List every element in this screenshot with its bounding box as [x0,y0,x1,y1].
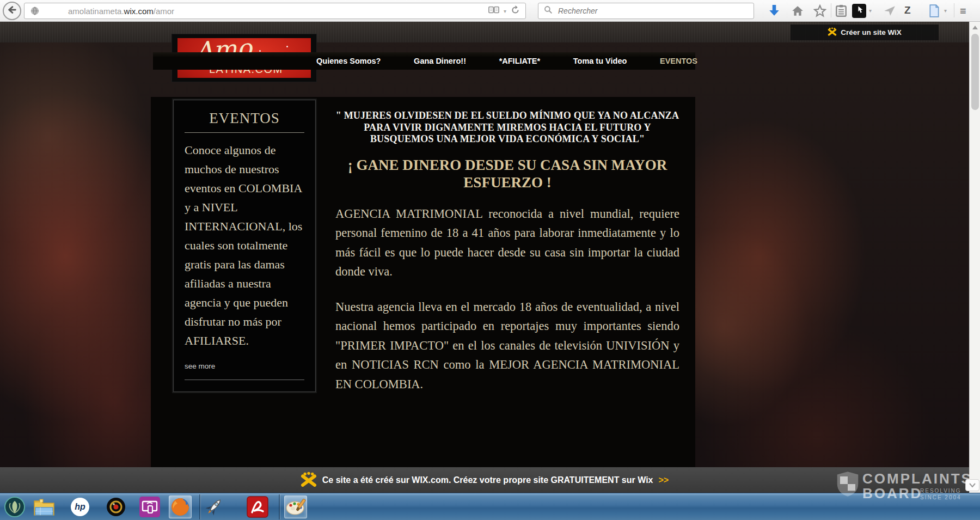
hand-pointer-caret-icon[interactable]: ▾ [869,8,872,14]
bookmarks-list-icon[interactable] [834,3,849,19]
browser-toolbar: amolatinameta.wix.com/amor ▾ [0,0,980,22]
windows-taskbar: hp [0,493,980,520]
nav-item-gana-dinero[interactable]: Gana Dinero!! [414,57,466,65]
taskbar-separator [279,494,280,519]
events-panel-rule [185,132,304,133]
page-caret-icon[interactable]: ▾ [944,8,947,14]
browser-viewport: Créer un site WiX Amo LATINA.COM Quienes… [0,22,980,493]
bookmark-dropdown-caret-icon[interactable]: ▾ [504,8,506,14]
wix-logo-icon [828,27,837,38]
search-bar[interactable] [538,3,754,19]
start-shell-icon[interactable] [3,495,26,518]
explorer-folder-icon[interactable] [33,495,56,518]
rocket-icon[interactable] [203,495,225,518]
back-icon [7,5,17,17]
events-panel: EVENTOS Conoce algunos de muchos de nues… [173,100,316,392]
hp-logo-label: hp [71,498,89,516]
webcam-icon[interactable] [105,495,127,518]
url-bar[interactable]: amolatinameta.wix.com/amor ▾ [24,3,526,19]
search-input[interactable] [557,6,754,16]
url-subdomain: amolatinameta. [68,7,124,16]
hand-pointer-icon [855,5,863,16]
events-panel-body: Conoce algunos de muchos de nuestros eve… [185,140,304,350]
page-scrollbar[interactable] [969,22,980,493]
firefox-icon[interactable] [169,495,192,518]
reload-icon[interactable] [511,5,520,17]
wix-banner-label: Créer un site WiX [841,28,902,36]
page-icon[interactable] [927,3,942,19]
page-content-area: EVENTOS Conoce algunos de muchos de nues… [151,97,695,467]
bookmark-star-icon[interactable] [812,3,828,19]
url-path: /amor [154,7,174,16]
hand-pointer-extension-button[interactable] [852,4,866,18]
article-paragraph-1: AGENCIA MATRIMONIAL reconocida a nivel m… [335,204,679,282]
adobe-reader-icon[interactable] [246,495,269,518]
nav-item-afiliate[interactable]: *AFILIATE* [499,57,540,65]
article-paragraph-2: Nuestra agencia lleva en el mercado 18 a… [335,297,679,394]
back-button[interactable] [3,2,21,20]
wix-create-site-banner[interactable]: Créer un site WiX [791,25,939,40]
toolbar-separator [954,3,954,17]
see-more-link[interactable]: see more [185,362,215,370]
send-plane-icon[interactable] [882,3,897,19]
article-quote: " MUJERES OLVIDESEN DE EL SUELDO MÍNIMO … [335,110,679,145]
z-icon[interactable]: Z [904,4,911,16]
globe-icon[interactable] [30,6,40,16]
hp-icon[interactable]: hp [69,495,91,518]
scrollbar-down-icon[interactable] [965,479,979,491]
taskbar-separator [199,494,200,519]
main-nav: Quienes Somos? Gana Dinero!! *AFILIATE* … [153,52,695,70]
screen-cast-icon[interactable] [138,495,161,518]
sparkle [286,46,288,47]
search-icon [538,5,557,16]
nav-item-quienes-somos[interactable]: Quienes Somos? [316,57,381,65]
url-text: amolatinameta.wix.com/amor [68,7,174,16]
wix-logo-icon [301,472,317,489]
download-icon[interactable] [767,3,782,19]
menu-icon[interactable]: ≡ [960,4,966,17]
article-headline: ¡ GANE DINERO DESDE SU CASA SIN MAYOR ES… [345,156,670,191]
home-icon[interactable] [790,3,805,19]
toolbar-separator [831,3,831,17]
wix-footer-text: Ce site a été créé sur WIX.com. Créez vo… [322,475,653,485]
scrollbar-up-icon[interactable] [970,23,980,32]
wix-footer-bar[interactable]: Ce site a été créé sur WIX.com. Créez vo… [0,467,969,493]
screen: amolatinameta.wix.com/amor ▾ [0,0,980,520]
article: " MUJERES OLVIDESEN DE EL SUELDO MÍNIMO … [324,107,690,394]
nav-item-toma-tu-video[interactable]: Toma tu Video [573,57,627,65]
paint-icon[interactable] [284,495,307,518]
events-panel-title: EVENTOS [185,110,304,127]
nav-item-eventos[interactable]: EVENTOS [660,57,697,65]
wix-footer-arrow-link[interactable]: >> [659,475,669,485]
events-panel-bottom-rule [185,380,304,380]
scrollbar-thumb[interactable] [971,34,979,110]
sparkle [259,50,261,52]
reader-mode-icon[interactable] [488,5,499,16]
url-domain: wix.com [124,7,154,16]
